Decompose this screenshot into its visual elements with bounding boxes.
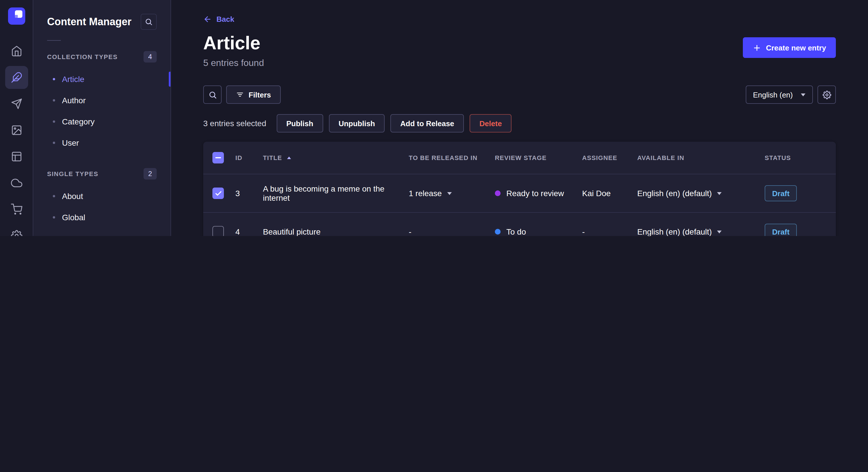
chevron-down-icon bbox=[447, 192, 452, 195]
chevron-down-icon bbox=[717, 230, 722, 233]
select-all-checkbox[interactable] bbox=[212, 152, 224, 164]
locale-select[interactable]: English (en) bbox=[745, 86, 813, 104]
chevron-down-icon bbox=[801, 93, 805, 96]
col-header-release[interactable]: TO BE RELEASED IN bbox=[409, 154, 495, 161]
view-settings-button[interactable] bbox=[817, 86, 836, 104]
rail-item-cloud[interactable] bbox=[5, 171, 28, 194]
sidebar-item-label: User bbox=[62, 138, 79, 147]
section-collection-types: COLLECTION TYPES 4 Article Author Catego… bbox=[33, 45, 170, 153]
cell-review-stage: Ready to review bbox=[495, 189, 582, 198]
rail-item-content-type-builder[interactable] bbox=[5, 145, 28, 168]
sidebar-item-user[interactable]: User bbox=[33, 132, 170, 153]
col-header-assignee[interactable]: ASSIGNEE bbox=[582, 154, 637, 161]
row-checkbox[interactable] bbox=[212, 226, 224, 236]
table-row[interactable]: 3 A bug is becoming a meme on the intern… bbox=[203, 174, 836, 212]
releases-icon bbox=[11, 98, 22, 109]
section-label: COLLECTION TYPES bbox=[47, 53, 118, 60]
cell-assignee: Kai Doe bbox=[582, 189, 637, 198]
cloud-icon bbox=[11, 177, 22, 189]
status-badge: Draft bbox=[765, 185, 797, 201]
rail-item-media-library[interactable] bbox=[5, 119, 28, 142]
app-window: KD Content Manager COLLECTION TYPES 4 Ar… bbox=[0, 0, 868, 236]
collection-types-toggle[interactable]: COLLECTION TYPES 4 bbox=[33, 45, 170, 68]
plus-icon bbox=[753, 43, 761, 52]
search-button[interactable] bbox=[203, 86, 222, 104]
sort-asc-icon bbox=[285, 154, 293, 162]
locale-value: English (en) bbox=[753, 90, 793, 99]
entries-table: ID TITLE TO BE RELEASED IN REVIEW STAGE … bbox=[203, 142, 836, 236]
rail-item-releases[interactable] bbox=[5, 92, 28, 115]
count-badge: 4 bbox=[144, 51, 157, 63]
page-title: Article bbox=[203, 33, 264, 54]
col-header-available-in[interactable]: AVAILABLE IN bbox=[637, 154, 765, 161]
rail-nav bbox=[5, 40, 28, 236]
bullet-icon bbox=[53, 195, 55, 197]
rail-item-content-manager[interactable] bbox=[5, 66, 28, 89]
stage-dot bbox=[495, 191, 501, 196]
col-header-id[interactable]: ID bbox=[236, 154, 263, 161]
section-label: SINGLE TYPES bbox=[47, 170, 98, 177]
filters-button[interactable]: Filters bbox=[226, 86, 281, 104]
back-label: Back bbox=[216, 15, 234, 24]
cell-status: Draft bbox=[765, 185, 827, 201]
rail-item-marketplace[interactable] bbox=[5, 198, 28, 221]
cell-review-stage: To do bbox=[495, 227, 582, 236]
cell-release[interactable]: - bbox=[409, 227, 495, 236]
sidebar-item-category[interactable]: Category bbox=[33, 111, 170, 132]
delete-button[interactable]: Delete bbox=[470, 114, 512, 133]
content-manager-sidebar: Content Manager COLLECTION TYPES 4 Artic… bbox=[33, 0, 171, 236]
media-library-icon bbox=[11, 125, 22, 136]
row-checkbox[interactable] bbox=[212, 188, 224, 199]
filters-label: Filters bbox=[249, 90, 271, 99]
cell-available-in[interactable]: English (en) (default) bbox=[637, 189, 765, 198]
search-icon bbox=[208, 90, 217, 99]
nav-rail: KD bbox=[0, 0, 33, 236]
cell-id: 4 bbox=[236, 227, 263, 236]
sidebar-item-label: Category bbox=[62, 117, 95, 126]
sidebar-item-label: Global bbox=[62, 212, 85, 222]
col-header-status[interactable]: STATUS bbox=[765, 154, 827, 161]
col-header-title[interactable]: TITLE bbox=[263, 154, 409, 162]
selected-count: 3 entries selected bbox=[203, 119, 266, 128]
create-entry-button[interactable]: Create new entry bbox=[743, 37, 836, 58]
cell-release[interactable]: 1 release bbox=[409, 189, 495, 198]
back-link[interactable]: Back bbox=[203, 15, 234, 24]
sidebar-item-article[interactable]: Article bbox=[33, 68, 170, 90]
table-row[interactable]: 4 Beautiful picture - To do - English (e… bbox=[203, 212, 836, 236]
add-to-release-button[interactable]: Add to Release bbox=[391, 114, 464, 133]
single-types-toggle[interactable]: SINGLE TYPES 2 bbox=[33, 162, 170, 185]
settings-icon bbox=[11, 230, 22, 236]
stage-dot bbox=[495, 229, 501, 235]
strapi-logo[interactable] bbox=[8, 7, 25, 25]
search-icon bbox=[145, 18, 153, 26]
cell-status: Draft bbox=[765, 224, 827, 236]
bulk-actions: 3 entries selected Publish Unpublish Add… bbox=[203, 114, 836, 133]
col-header-review-stage[interactable]: REVIEW STAGE bbox=[495, 154, 582, 161]
cell-title: A bug is becoming a meme on the internet bbox=[263, 184, 409, 202]
entries-count: 5 entries found bbox=[203, 58, 264, 68]
bullet-icon bbox=[53, 99, 55, 101]
content-manager-icon bbox=[11, 72, 22, 83]
chevron-down-icon bbox=[717, 192, 722, 195]
home-icon bbox=[11, 45, 22, 57]
sidebar-search-button[interactable] bbox=[141, 14, 157, 30]
sidebar-item-global[interactable]: Global bbox=[33, 206, 170, 228]
filter-icon bbox=[236, 91, 244, 99]
cell-available-in[interactable]: English (en) (default) bbox=[637, 227, 765, 236]
publish-button[interactable]: Publish bbox=[276, 114, 323, 133]
create-entry-label: Create new entry bbox=[766, 43, 826, 52]
sidebar-item-author[interactable]: Author bbox=[33, 90, 170, 111]
cell-title: Beautiful picture bbox=[263, 227, 409, 236]
bullet-icon bbox=[53, 78, 55, 80]
cell-assignee: - bbox=[582, 227, 637, 236]
sidebar-item-label: Article bbox=[62, 74, 84, 83]
toolbar: Filters English (en) bbox=[203, 86, 836, 104]
sidebar-title: Content Manager bbox=[47, 16, 131, 28]
rail-item-home[interactable] bbox=[5, 40, 28, 63]
gear-icon bbox=[823, 90, 831, 99]
unpublish-button[interactable]: Unpublish bbox=[329, 114, 384, 133]
rail-item-settings[interactable] bbox=[5, 224, 28, 236]
arrow-left-icon bbox=[203, 15, 212, 24]
cell-id: 3 bbox=[236, 189, 263, 198]
sidebar-item-about[interactable]: About bbox=[33, 185, 170, 206]
